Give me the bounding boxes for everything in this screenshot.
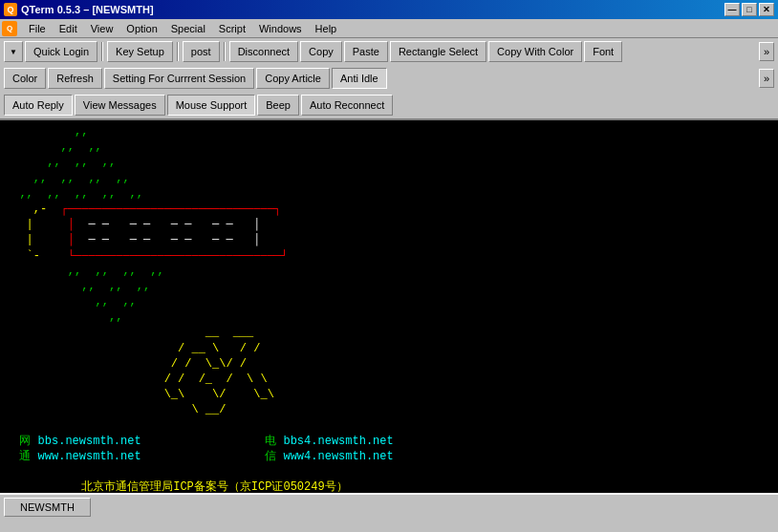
separator-1	[101, 42, 103, 61]
key-setup-button[interactable]: Key Setup	[107, 41, 173, 62]
paste-button[interactable]: Paste	[344, 41, 388, 62]
quick-login-button[interactable]: Quick Login	[25, 41, 97, 62]
anti-idle-button[interactable]: Anti Idle	[332, 68, 387, 89]
maximize-button[interactable]: □	[742, 3, 757, 16]
menu-view[interactable]: View	[85, 21, 119, 36]
toolbar-area: ▼ Quick Login Key Setup post Disconnect …	[0, 38, 778, 120]
terminal-content: ,, ,, ,, ,, ,, ,, ,, ,, ,, ,, ,, ,, ,, ,…	[0, 120, 778, 493]
session-tab[interactable]: NEWSMTH	[4, 498, 91, 517]
menu-bar: Q File Edit View Option Special Script W…	[0, 19, 778, 38]
view-messages-button[interactable]: View Messages	[75, 95, 165, 116]
menu-option[interactable]: Option	[120, 21, 162, 36]
menu-help[interactable]: Help	[310, 21, 343, 36]
menu-windows[interactable]: Windows	[253, 21, 308, 36]
toolbar-row-1: ▼ Quick Login Key Setup post Disconnect …	[0, 38, 778, 65]
minimize-button[interactable]: —	[724, 3, 740, 16]
menu-logo: Q	[2, 21, 17, 36]
refresh-button[interactable]: Refresh	[48, 68, 102, 89]
mouse-support-button[interactable]: Mouse Support	[167, 95, 256, 116]
separator-3	[224, 42, 226, 61]
window-controls[interactable]: — □ ✕	[724, 3, 774, 16]
menu-file[interactable]: File	[23, 21, 52, 36]
copy-article-button[interactable]: Copy Article	[256, 68, 330, 89]
expand-button-2[interactable]: »	[759, 69, 774, 88]
disconnect-button[interactable]: Disconnect	[229, 41, 298, 62]
app-icon: Q	[4, 3, 17, 16]
auto-reconnect-button[interactable]: Auto Reconnect	[301, 95, 393, 116]
color-button[interactable]: Color	[4, 68, 46, 89]
terminal[interactable]: ,, ,, ,, ,, ,, ,, ,, ,, ,, ,, ,, ,, ,, ,…	[0, 120, 778, 493]
rectangle-select-button[interactable]: Rectangle Select	[390, 41, 486, 62]
expand-button-1[interactable]: »	[759, 42, 774, 61]
menu-script[interactable]: Script	[213, 21, 251, 36]
bbs-art: ,, ,, ,, ,, ,, ,, ,, ,, ,, ,, ,, ,, ,, ,…	[6, 124, 772, 493]
menu-edit[interactable]: Edit	[54, 21, 83, 36]
copy-with-color-button[interactable]: Copy With Color	[488, 41, 582, 62]
post-button[interactable]: post	[183, 41, 220, 62]
close-button[interactable]: ✕	[759, 3, 774, 16]
font-button[interactable]: Font	[584, 41, 622, 62]
separator-2	[177, 42, 179, 61]
toolbar-row-2: Color Refresh Setting For Currrent Sessi…	[0, 65, 778, 92]
setting-session-button[interactable]: Setting For Currrent Session	[104, 68, 254, 89]
beep-button[interactable]: Beep	[257, 95, 299, 116]
toolbar-row-3: Auto Reply View Messages Mouse Support B…	[0, 92, 778, 118]
menu-special[interactable]: Special	[165, 21, 211, 36]
toolbar-dropdown-1[interactable]: ▼	[4, 41, 23, 62]
auto-reply-button[interactable]: Auto Reply	[4, 95, 73, 116]
status-bar: NEWSMTH	[0, 493, 778, 520]
title-bar: Q QTerm 0.5.3 – [NEWSMTH] — □ ✕	[0, 0, 778, 19]
copy-button[interactable]: Copy	[300, 41, 342, 62]
window-title: QTerm 0.5.3 – [NEWSMTH]	[21, 4, 154, 15]
